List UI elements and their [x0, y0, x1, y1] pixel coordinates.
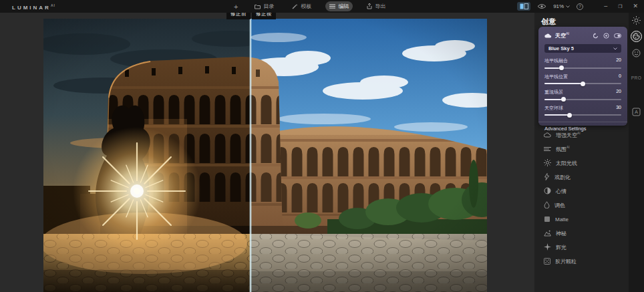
tool-sunrays[interactable]: 太阳光线: [544, 156, 624, 170]
tool-mystical[interactable]: 神秘: [544, 226, 624, 240]
portrait-module-button[interactable]: [629, 49, 644, 57]
tool-atmosphere[interactable]: 氛围AI: [544, 142, 624, 156]
svg-text:A: A: [635, 109, 638, 115]
tab-export[interactable]: 导出: [363, 1, 389, 11]
add-photos-button[interactable]: +: [231, 3, 240, 11]
compare-button[interactable]: [517, 2, 530, 11]
slider-thumb[interactable]: [559, 65, 564, 70]
top-toolbar: LUMINARAI + 目录 模板 编辑 导出 91% ? –: [0, 0, 644, 13]
window-maximize-button[interactable]: ❐: [616, 0, 624, 13]
tab-catalog[interactable]: 目录: [251, 1, 278, 11]
tab-templates[interactable]: 模板: [288, 1, 315, 11]
matte-icon: [544, 216, 550, 223]
window-minimize-button[interactable]: –: [602, 0, 609, 13]
edit-lines-icon: [329, 4, 335, 9]
glow-icon: [544, 243, 551, 251]
chevron-down-icon: [613, 47, 617, 50]
frame-a-icon: A: [632, 108, 641, 116]
photo-canvas[interactable]: [43, 19, 487, 292]
tool-toning[interactable]: 调色: [544, 198, 624, 212]
tool-augmented-sky[interactable]: 增强天空AI: [544, 128, 624, 142]
creative-module-button[interactable]: [629, 31, 644, 42]
mystical-icon: [544, 230, 551, 237]
topbar-right-controls: 91% ? – ❐ ✕: [517, 0, 640, 13]
local-masking-button[interactable]: A: [629, 108, 644, 116]
tool-mood[interactable]: 心情: [544, 184, 624, 198]
chevron-down-icon: [566, 5, 570, 8]
slider-track[interactable]: [544, 114, 621, 116]
main-nav: + 目录 模板 编辑 导出: [231, 0, 389, 13]
help-button[interactable]: ?: [577, 3, 583, 10]
module-strip: PRO A: [629, 13, 644, 292]
sky-preset-dropdown[interactable]: Blue Sky 5: [544, 44, 621, 53]
slider-horizon-blending: 地平线融合20: [544, 57, 621, 69]
sky-ai-panel: 天空AI Blue Sky 5 地平线融合20 地平线位置0 重现场景20 天空…: [538, 27, 627, 126]
slider-horizon-position: 地平线位置0: [544, 74, 621, 85]
app-logo: LUMINARAI: [12, 3, 55, 11]
toning-icon: [544, 201, 550, 208]
creative-sidebar: 创意 天空AI Blue Sky 5 地平线融合20 地平线位置0 重现场景20: [534, 13, 629, 292]
essentials-module-button[interactable]: [629, 16, 644, 25]
slider-track[interactable]: [544, 83, 621, 84]
cloud-icon: [544, 33, 552, 38]
sky-panel-title: 天空AI: [555, 31, 569, 39]
tool-dramatic[interactable]: 戏剧化: [544, 170, 624, 184]
colosseum-photo: [43, 19, 487, 292]
smiley-face-icon: [632, 49, 641, 57]
palette-icon: [631, 31, 642, 42]
reset-undo-icon[interactable]: [593, 33, 599, 39]
edit-mask-icon[interactable]: [603, 33, 609, 39]
zoom-level-value: 91%: [553, 3, 564, 9]
compare-split-icon: [520, 3, 528, 9]
sun-icon: [632, 16, 641, 25]
slider-track[interactable]: [544, 99, 621, 100]
tool-matte[interactable]: Matte: [544, 212, 624, 226]
slider-thumb[interactable]: [567, 113, 572, 118]
export-icon: [367, 3, 372, 9]
slider-thumb[interactable]: [581, 82, 585, 86]
preview-eye-icon[interactable]: [537, 3, 546, 9]
tool-film-grain[interactable]: 胶片颗粒: [544, 254, 624, 268]
film-grain-icon: [544, 258, 550, 265]
sidebar-title: 创意: [541, 17, 556, 27]
augmented-sky-icon: [544, 132, 551, 138]
sunrays-icon: [544, 159, 551, 166]
slider-sky-global: 天空环球30: [544, 105, 621, 116]
pro-module-label[interactable]: PRO: [629, 76, 644, 80]
dramatic-icon: [544, 173, 550, 180]
window-close-button[interactable]: ✕: [631, 0, 640, 13]
before-after-divider[interactable]: [249, 19, 252, 292]
mood-icon: [544, 187, 551, 194]
templates-wand-icon: [292, 3, 298, 9]
sky-preset-value: Blue Sky 5: [548, 45, 574, 51]
visibility-toggle-icon[interactable]: [614, 33, 621, 38]
creative-tools-list: 增强天空AI 氛围AI 太阳光线 戏剧化 心情 调色 Matte 神秘: [544, 128, 624, 268]
slider-track[interactable]: [544, 67, 621, 69]
slider-relight-scene: 重现场景20: [544, 89, 621, 100]
tab-edit[interactable]: 编辑: [325, 1, 353, 11]
atmosphere-icon: [544, 146, 551, 152]
tool-glow[interactable]: 辉光: [544, 240, 624, 254]
zoom-level-select[interactable]: 91%: [553, 3, 570, 9]
catalog-folder-icon: [255, 4, 261, 9]
slider-thumb[interactable]: [561, 97, 566, 102]
